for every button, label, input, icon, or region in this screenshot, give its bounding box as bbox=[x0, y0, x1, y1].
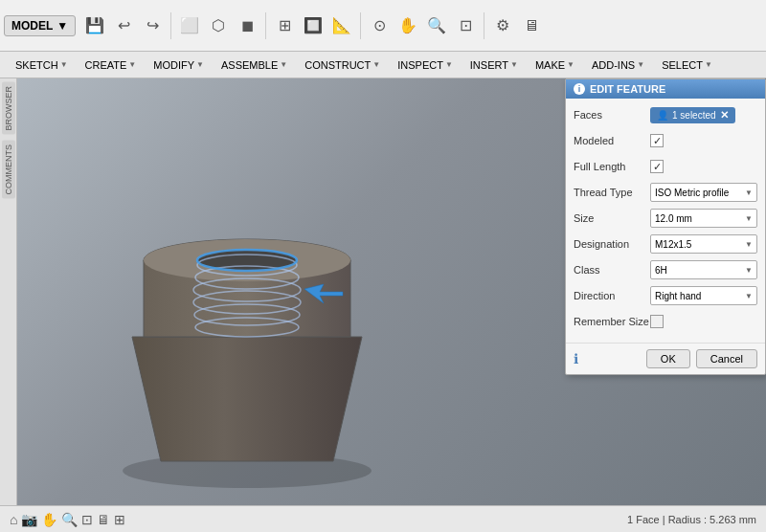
create-arrow: ▼ bbox=[128, 60, 136, 69]
designation-control: M12x1.5 ▼ bbox=[650, 234, 757, 254]
full-length-control: ✓ bbox=[650, 160, 757, 173]
remember-size-checkbox[interactable] bbox=[650, 315, 664, 328]
make-arrow: ▼ bbox=[567, 60, 574, 69]
model-button[interactable]: MODEL ▼ bbox=[4, 15, 76, 36]
modeled-control: ✓ bbox=[650, 134, 757, 147]
menu-bar: SKETCH ▼ CREATE ▼ MODIFY ▼ ASSEMBLE ▼ CO… bbox=[0, 52, 766, 78]
select-arrow: ▼ bbox=[705, 60, 712, 69]
view-icon[interactable]: 🖥 bbox=[97, 512, 110, 527]
zoom-in-icon[interactable]: 🔍 bbox=[61, 512, 78, 527]
class-dropdown[interactable]: 6H ▼ bbox=[650, 260, 757, 279]
pan-icon[interactable]: ✋ bbox=[394, 12, 421, 39]
comments-tab[interactable]: COMMENTS bbox=[2, 141, 15, 199]
display-icon[interactable]: 🖥 bbox=[518, 12, 545, 39]
shaded-icon[interactable]: ◼ bbox=[234, 12, 260, 39]
sketch-arrow: ▼ bbox=[60, 60, 68, 69]
faces-clear-icon[interactable]: ✕ bbox=[720, 109, 729, 122]
sep4 bbox=[484, 12, 484, 39]
size-dropdown[interactable]: 12.0 mm ▼ bbox=[650, 209, 757, 228]
zoom-icon[interactable]: 🔍 bbox=[423, 12, 450, 39]
sep2 bbox=[265, 12, 266, 39]
full-length-checkbox[interactable]: ✓ bbox=[650, 160, 664, 173]
modeled-row: Modeled ✓ bbox=[574, 130, 757, 151]
designation-arrow: ▼ bbox=[745, 240, 753, 249]
viewport[interactable]: Z RIGHT i EDIT FEATURE Faces 👤 1 bbox=[17, 78, 766, 505]
top-toolbar: MODEL ▼ 💾 ↩ ↪ ⬜ ⬡ ◼ ⊞ 🔲 📐 ⊙ ✋ 🔍 ⊡ ⚙ 🖥 bbox=[0, 0, 766, 52]
cancel-button[interactable]: Cancel bbox=[696, 349, 757, 368]
faces-badge[interactable]: 👤 1 selected ✕ bbox=[650, 107, 735, 123]
modeled-checkbox[interactable]: ✓ bbox=[650, 134, 664, 147]
menu-select[interactable]: SELECT ▼ bbox=[654, 56, 720, 74]
panel-info-icon: i bbox=[574, 83, 585, 95]
home-icon[interactable]: ⌂ bbox=[10, 512, 17, 527]
status-bar: ⌂ 📷 ✋ 🔍 ⊡ 🖥 ⊞ 1 Face | Radius : 5.263 mm bbox=[0, 505, 766, 532]
menu-make[interactable]: MAKE ▼ bbox=[528, 56, 582, 74]
save-icon[interactable]: 💾 bbox=[81, 12, 108, 39]
thread-type-arrow: ▼ bbox=[745, 188, 753, 197]
browser-tab[interactable]: BROWSER bbox=[2, 82, 15, 135]
remember-size-control bbox=[650, 315, 757, 328]
ok-button[interactable]: OK bbox=[646, 349, 690, 368]
thread-type-row: Thread Type ISO Metric profile ▼ bbox=[574, 182, 757, 203]
faces-control[interactable]: 👤 1 selected ✕ bbox=[650, 107, 757, 123]
menu-modify[interactable]: MODIFY ▼ bbox=[146, 56, 212, 74]
size-row: Size 12.0 mm ▼ bbox=[574, 208, 757, 229]
direction-value: Right hand bbox=[655, 291, 701, 301]
grid-status-icon[interactable]: ⊞ bbox=[114, 512, 125, 527]
construct-arrow: ▼ bbox=[372, 60, 380, 69]
class-label: Class bbox=[574, 264, 650, 276]
insert-arrow: ▼ bbox=[510, 60, 518, 69]
modify-arrow: ▼ bbox=[196, 60, 204, 69]
thread-type-control: ISO Metric profile ▼ bbox=[650, 183, 757, 202]
wireframe-icon[interactable]: ⬡ bbox=[205, 12, 232, 39]
menu-create[interactable]: CREATE ▼ bbox=[78, 56, 145, 74]
designation-row: Designation M12x1.5 ▼ bbox=[574, 233, 757, 255]
full-length-label: Full Length bbox=[574, 161, 650, 172]
menu-sketch[interactable]: SKETCH ▼ bbox=[8, 56, 76, 74]
size-label: Size bbox=[574, 212, 650, 224]
class-row: Class 6H ▼ bbox=[574, 259, 757, 280]
size-control: 12.0 mm ▼ bbox=[650, 209, 757, 228]
direction-label: Direction bbox=[574, 290, 650, 301]
designation-dropdown[interactable]: M12x1.5 ▼ bbox=[650, 234, 757, 254]
sep3 bbox=[360, 12, 361, 39]
direction-control: Right hand ▼ bbox=[650, 286, 757, 305]
menu-inspect[interactable]: INSPECT ▼ bbox=[390, 56, 461, 74]
panel-footer-info-icon[interactable]: ℹ bbox=[574, 351, 578, 366]
panel-title: EDIT FEATURE bbox=[590, 83, 665, 95]
class-arrow: ▼ bbox=[745, 266, 753, 275]
settings-icon[interactable]: ⚙ bbox=[489, 12, 516, 39]
measure-icon[interactable]: 📐 bbox=[328, 12, 355, 39]
menu-assemble[interactable]: ASSEMBLE ▼ bbox=[214, 56, 295, 74]
size-arrow: ▼ bbox=[745, 214, 753, 223]
direction-dropdown[interactable]: Right hand ▼ bbox=[650, 286, 757, 305]
thread-type-dropdown[interactable]: ISO Metric profile ▼ bbox=[650, 183, 757, 202]
class-control: 6H ▼ bbox=[650, 260, 757, 279]
hand-icon[interactable]: ✋ bbox=[41, 512, 57, 527]
size-value: 12.0 mm bbox=[655, 213, 692, 224]
orbit-icon[interactable]: ⊙ bbox=[366, 12, 393, 39]
fit-all-icon[interactable]: ⊡ bbox=[81, 512, 93, 527]
redo-icon[interactable]: ↪ bbox=[139, 12, 166, 39]
panel-body: Faces 👤 1 selected ✕ Modeled ✓ bbox=[566, 99, 765, 343]
status-icons: ⌂ 📷 ✋ 🔍 ⊡ 🖥 ⊞ bbox=[10, 512, 125, 527]
box-icon[interactable]: ⬜ bbox=[176, 12, 203, 39]
left-sidebar: BROWSER COMMENTS bbox=[0, 78, 17, 505]
snap-icon[interactable]: 🔲 bbox=[300, 12, 327, 39]
camera-icon[interactable]: 📷 bbox=[21, 512, 37, 527]
thread-type-value: ISO Metric profile bbox=[655, 188, 729, 198]
grid-icon[interactable]: ⊞ bbox=[271, 12, 298, 39]
status-info: 1 Face | Radius : 5.263 mm bbox=[627, 514, 756, 525]
direction-row: Direction Right hand ▼ bbox=[574, 285, 757, 306]
designation-value: M12x1.5 bbox=[655, 239, 691, 250]
edit-feature-panel: i EDIT FEATURE Faces 👤 1 selected ✕ bbox=[565, 78, 766, 375]
class-value: 6H bbox=[655, 265, 667, 276]
menu-insert[interactable]: INSERT ▼ bbox=[462, 56, 526, 74]
menu-addins[interactable]: ADD-INS ▼ bbox=[584, 56, 652, 74]
fit-icon[interactable]: ⊡ bbox=[452, 12, 479, 39]
undo-icon[interactable]: ↩ bbox=[110, 12, 137, 39]
full-length-row: Full Length ✓ bbox=[574, 156, 757, 177]
sep1 bbox=[170, 12, 171, 39]
model-arrow: ▼ bbox=[56, 19, 68, 33]
menu-construct[interactable]: CONSTRUCT ▼ bbox=[297, 56, 388, 74]
